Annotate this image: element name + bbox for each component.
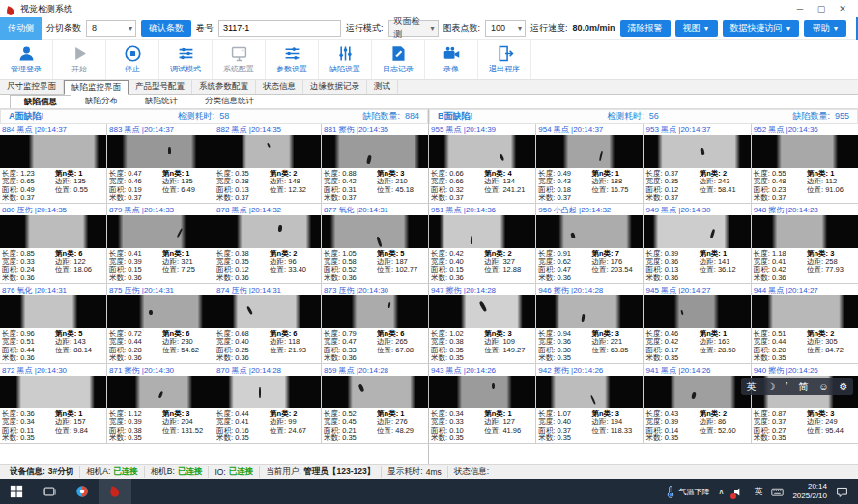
main-tab-2[interactable]: 产品型号配置 <box>129 80 192 94</box>
defect-thumbnail[interactable] <box>536 376 643 408</box>
browser-app-icon[interactable] <box>66 479 99 504</box>
defect-thumbnail[interactable] <box>0 215 106 248</box>
sub-tab-1[interactable]: 缺陷分布 <box>72 95 131 108</box>
defect-thumbnail[interactable] <box>214 376 321 408</box>
defect-cell[interactable]: 950 小凸起 |20:14:32长度: 0.91宽度: 0.62面积: 0.4… <box>536 204 643 283</box>
drive-side-button[interactable]: 传动侧 <box>0 17 42 40</box>
main-tab-0[interactable]: 尺寸监控界面 <box>0 80 64 94</box>
defect-thumbnail[interactable] <box>0 135 106 168</box>
defect-thumbnail[interactable] <box>322 215 428 248</box>
view-menu-button[interactable]: 视图▼ <box>675 20 718 37</box>
stop-button[interactable]: 停止 <box>106 40 159 79</box>
start-button[interactable]: 开始 <box>53 40 106 79</box>
clear-alarm-button[interactable]: 清除报警 <box>620 20 671 37</box>
defect-thumbnail[interactable] <box>644 215 751 248</box>
defect-cell[interactable]: 954 黑点 |20:14:37长度: 0.49宽度: 0.43面积: 0.18… <box>536 124 643 203</box>
defect-thumbnail[interactable] <box>429 376 535 408</box>
defect-cell[interactable]: 882 黑点 |20:14:35长度: 0.35宽度: 0.38面积: 0.13… <box>214 124 321 203</box>
defect-cell[interactable]: 870 黑点 |20:14:28长度: 0.44宽度: 0.41面积: 0.16… <box>214 364 321 443</box>
speaker-icon[interactable] <box>732 486 745 498</box>
weather-tray-item[interactable]: 气温下降 <box>664 486 710 498</box>
sub-tab-0[interactable]: 缺陷信息 <box>10 95 72 108</box>
confirm-count-button[interactable]: 确认条数 <box>141 20 191 37</box>
ime-punct-toggle[interactable]: ’ <box>786 382 787 392</box>
action-center-icon[interactable] <box>836 486 848 498</box>
roll-number-input[interactable] <box>218 20 341 37</box>
defect-cell[interactable]: 947 擦伤 |20:14:28长度: 1.02宽度: 0.38面积: 0.35… <box>429 284 535 363</box>
main-tab-5[interactable]: 边缘数据记录 <box>303 80 367 94</box>
main-tab-3[interactable]: 系统参数配置 <box>192 80 256 94</box>
defect-cell[interactable]: 949 黑点 |20:14:30长度: 0.39宽度: 0.36面积: 0.13… <box>644 204 751 283</box>
defect-thumbnail[interactable] <box>536 215 643 248</box>
data-access-menu-button[interactable]: 数据快捷访问▼ <box>723 20 800 37</box>
main-tab-1[interactable]: 缺陷监控界面 <box>64 80 129 95</box>
taskbar-clock[interactable]: 20:14 2025/2/10 <box>792 482 827 501</box>
tray-expand-chevron[interactable]: ∧ <box>719 488 725 496</box>
chart-points-select[interactable]: 100 <box>485 20 526 37</box>
defect-thumbnail[interactable] <box>322 295 428 328</box>
log-button[interactable]: 日志记录 <box>372 40 425 79</box>
close-button[interactable]: ✕ <box>832 4 853 14</box>
defect-thumbnail[interactable] <box>752 135 858 168</box>
defect-thumbnail[interactable] <box>107 295 214 328</box>
defect-thumbnail[interactable] <box>429 135 535 168</box>
defect-cell[interactable]: 873 压伤 |20:14:30长度: 0.79宽度: 0.47面积: 0.33… <box>322 284 428 363</box>
record-button[interactable]: 录像 <box>425 40 478 79</box>
input-language-indicator[interactable]: 英 <box>754 486 762 498</box>
defect-cell[interactable]: 877 氧化 |20:14:31长度: 1.05宽度: 0.58面积: 0.52… <box>322 204 428 283</box>
inspection-app-icon[interactable] <box>99 479 131 504</box>
defect-cell[interactable]: 874 压伤 |20:14:31长度: 0.68宽度: 0.40面积: 0.25… <box>214 284 321 363</box>
defect-thumbnail[interactable] <box>0 376 106 408</box>
minimize-button[interactable]: ─ <box>789 4 811 14</box>
defect-thumbnail[interactable] <box>429 215 535 248</box>
sub-tab-2[interactable]: 缺陷统计 <box>131 95 191 108</box>
run-mode-select[interactable]: 双面检测 <box>388 20 439 37</box>
start-button[interactable] <box>0 479 33 504</box>
defect-thumbnail[interactable] <box>0 295 106 328</box>
defect-cell[interactable]: 879 黑点 |20:14:33长度: 0.41宽度: 0.39面积: 0.15… <box>107 204 214 283</box>
defect-thumbnail[interactable] <box>644 135 751 168</box>
defect-cell[interactable]: 883 黑点 |20:14:37长度: 0.47宽度: 0.46面积: 0.19… <box>107 124 214 203</box>
defect-cell[interactable]: 871 擦伤 |20:14:30长度: 1.12宽度: 0.39面积: 0.38… <box>107 364 214 443</box>
defect-thumbnail[interactable] <box>107 376 214 408</box>
debug-button[interactable]: 调试模式 <box>159 40 213 79</box>
defect-settings-button[interactable]: 缺陷设置 <box>319 40 372 79</box>
defect-thumbnail[interactable] <box>429 295 535 328</box>
help-menu-button[interactable]: 帮助▼ <box>804 20 846 37</box>
defect-thumbnail[interactable] <box>644 295 751 328</box>
defect-thumbnail[interactable] <box>214 215 321 248</box>
defect-cell[interactable]: 940 擦伤 |20:14:26长度: 0.87宽度: 0.37面积: 0.27… <box>752 364 858 443</box>
system-config-button[interactable]: 系统配置 <box>213 40 266 79</box>
defect-cell[interactable]: 942 擦伤 |20:14:26长度: 1.07宽度: 0.40面积: 0.37… <box>536 364 643 443</box>
maximize-button[interactable]: ▢ <box>811 4 832 14</box>
exit-button[interactable]: 退出程序 <box>478 40 531 79</box>
main-tab-6[interactable]: 测试 <box>367 80 398 94</box>
defect-thumbnail[interactable] <box>214 135 321 168</box>
ime-moon-icon[interactable]: ☽ <box>766 382 775 392</box>
defect-thumbnail[interactable] <box>536 135 643 168</box>
task-view-button[interactable] <box>33 479 66 504</box>
defect-cell[interactable]: 884 黑点 |20:14:37长度: 1.23宽度: 0.65面积: 0.49… <box>0 124 106 203</box>
defect-cell[interactable]: 869 黑点 |20:14:28长度: 0.52宽度: 0.45面积: 0.21… <box>322 364 428 443</box>
login-button[interactable]: 管理登录 <box>0 40 53 79</box>
defect-cell[interactable]: 944 黑点 |20:14:27长度: 0.51宽度: 0.44面积: 0.20… <box>752 284 858 363</box>
defect-cell[interactable]: 948 擦伤 |20:14:28长度: 1.18宽度: 0.41面积: 0.42… <box>752 204 858 283</box>
defect-cell[interactable]: 953 黑点 |20:14:37长度: 0.37宽度: 0.35面积: 0.12… <box>644 124 751 203</box>
slit-count-select[interactable]: 8 <box>86 20 136 37</box>
defect-cell[interactable]: 878 黑点 |20:14:32长度: 0.38宽度: 0.35面积: 0.12… <box>214 204 321 283</box>
defect-cell[interactable]: 952 黑点 |20:14:36长度: 0.55宽度: 0.48面积: 0.23… <box>752 124 858 203</box>
defect-cell[interactable]: 945 黑点 |20:14:27长度: 0.46宽度: 0.42面积: 0.17… <box>644 284 751 363</box>
defect-cell[interactable]: 876 氧化 |20:14:31长度: 0.96宽度: 0.51面积: 0.44… <box>0 284 106 363</box>
defect-cell[interactable]: 955 黑点 |20:14:39长度: 0.66宽度: 0.66面积: 0.32… <box>429 124 535 203</box>
keyboard-icon[interactable] <box>771 486 784 498</box>
defect-thumbnail[interactable] <box>322 376 428 408</box>
defect-cell[interactable]: 951 黑点 |20:14:36长度: 0.42宽度: 0.40面积: 0.15… <box>429 204 535 283</box>
defect-cell[interactable]: 941 黑点 |20:14:26长度: 0.43宽度: 0.39面积: 0.14… <box>644 364 751 443</box>
defect-thumbnail[interactable] <box>536 295 643 328</box>
ime-simplified-toggle[interactable]: 简 <box>798 382 808 392</box>
ime-emoji-icon[interactable]: ☺ <box>818 382 828 392</box>
defect-thumbnail[interactable] <box>107 135 214 168</box>
main-tab-4[interactable]: 状态信息 <box>256 80 303 94</box>
ime-lang-toggle[interactable]: 英 <box>746 382 756 392</box>
defect-cell[interactable]: 943 黑点 |20:14:26长度: 0.34宽度: 0.33面积: 0.10… <box>429 364 535 443</box>
